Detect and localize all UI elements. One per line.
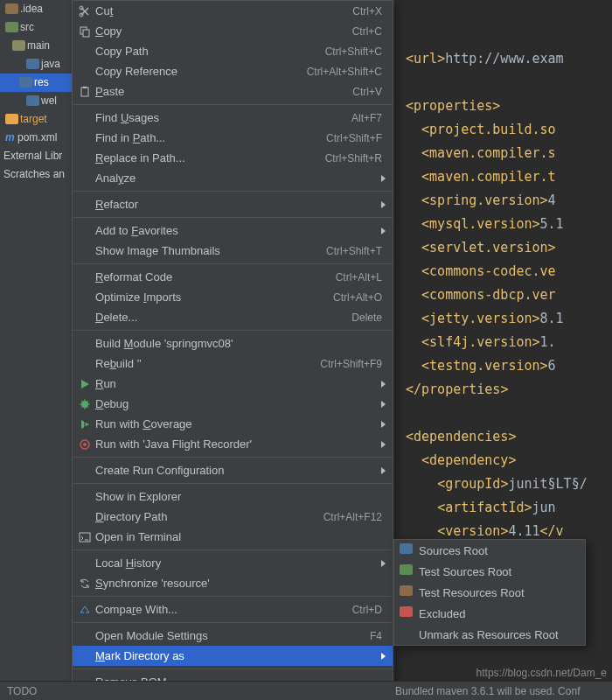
- tree-item-wel[interactable]: wel: [0, 92, 72, 110]
- menu-item-add-to-favorites[interactable]: Add to Favorites: [73, 220, 393, 241]
- menu-item-directory-path[interactable]: Directory PathCtrl+Alt+F12: [73, 507, 393, 527]
- submenu-item-test-resources-root[interactable]: Test Resources Root: [394, 582, 585, 603]
- tree-item-label: java: [41, 58, 60, 70]
- menu-item-compare-with[interactable]: Compare With...Ctrl+D: [73, 599, 393, 620]
- folder-icon: [26, 59, 39, 69]
- tree-item-main[interactable]: main: [0, 37, 72, 55]
- menu-item-label: Directory Path: [95, 510, 323, 523]
- terminal-icon: [78, 530, 92, 544]
- menu-item-label: Optimize Imports: [95, 290, 333, 304]
- submenu-arrow-icon: [381, 560, 386, 567]
- menu-item-run-with-java-flight-recorder[interactable]: Run with 'Java Flight Recorder': [73, 434, 393, 454]
- tree-item-label: External Libr: [3, 150, 62, 162]
- code-line: <slf4j.version>1.: [406, 331, 612, 354]
- menu-item-create-run-configuration[interactable]: Create Run Configuration: [73, 460, 393, 480]
- project-tree[interactable]: .ideasrcmainjavaresweltargetm pom.xmlExt…: [0, 0, 72, 700]
- tree-item-src[interactable]: src: [0, 18, 72, 37]
- submenu-item-label: Unmark as Resources Root: [419, 628, 559, 641]
- scissors-icon: [78, 4, 92, 18]
- code-line: <spring.version>4: [406, 189, 612, 213]
- menu-item-refactor[interactable]: Refactor: [73, 194, 393, 214]
- tree-item-label: res: [34, 76, 49, 88]
- menu-item-run-with-coverage[interactable]: Run with Coverage: [73, 414, 393, 434]
- tree-item-pomxml[interactable]: m pom.xml: [0, 129, 72, 147]
- submenu-arrow-icon: [381, 401, 386, 408]
- menu-item-label: Show in Explorer: [95, 490, 382, 503]
- tree-item-Scratchesan[interactable]: Scratches an: [0, 165, 72, 184]
- todo-tab[interactable]: TODO: [7, 682, 37, 700]
- menu-item-copy[interactable]: CopyCtrl+C: [73, 21, 393, 41]
- menu-separator: [73, 596, 393, 597]
- menu-item-label: Find Usages: [95, 111, 351, 124]
- tree-item-label: wel: [41, 94, 57, 107]
- run-icon: [78, 377, 92, 391]
- menu-item-cut[interactable]: CutCtrl+X: [73, 1, 393, 21]
- menu-item-label: Refactor: [95, 198, 382, 211]
- mark-directory-submenu[interactable]: Sources RootTest Sources RootTest Resour…: [393, 539, 586, 646]
- context-menu[interactable]: CutCtrl+XCopyCtrl+CCopy PathCtrl+Shift+C…: [72, 0, 393, 700]
- svg-point-6: [81, 401, 88, 408]
- menu-item-run[interactable]: Run: [73, 374, 393, 394]
- submenu-item-label: Test Sources Root: [419, 565, 511, 578]
- folder-icon: [26, 95, 39, 106]
- submenu-item-sources-root[interactable]: Sources Root: [394, 540, 585, 561]
- menu-separator: [73, 622, 393, 623]
- menu-item-shortcut: Ctrl+Alt+O: [333, 291, 382, 304]
- menu-item-shortcut: Ctrl+Shift+F: [326, 132, 382, 144]
- menu-item-find-in-path[interactable]: Find in Path...Ctrl+Shift+F: [73, 128, 393, 148]
- menu-item-rebuild-default[interactable]: Rebuild ''Ctrl+Shift+F9: [73, 354, 393, 374]
- status-bar: TODO Bundled maven 3.6.1 will be used. C…: [0, 681, 612, 700]
- maven-icon: m: [5, 131, 17, 144]
- code-line: <properties>: [406, 94, 612, 118]
- menu-item-label: Add to Favorites: [95, 224, 382, 237]
- submenu-item-excluded[interactable]: Excluded: [394, 603, 585, 624]
- submenu-item-label: Test Resources Root: [419, 586, 525, 599]
- menu-item-open-in-terminal[interactable]: Open in Terminal: [73, 527, 393, 547]
- flight-icon: [78, 438, 92, 452]
- menu-item-reformat-code[interactable]: Reformat CodeCtrl+Alt+L: [73, 267, 393, 287]
- watermark: https://blog.csdn.net/Dam_e: [476, 667, 607, 679]
- menu-item-show-in-explorer[interactable]: Show in Explorer: [73, 486, 393, 507]
- submenu-item-unmark-as-resources-root[interactable]: Unmark as Resources Root: [394, 624, 585, 645]
- menu-item-paste[interactable]: PasteCtrl+V: [73, 81, 393, 102]
- folder-icon: [400, 606, 413, 617]
- menu-item-copy-path[interactable]: Copy PathCtrl+Shift+C: [73, 41, 393, 61]
- menu-separator: [73, 483, 393, 484]
- menu-item-local-history[interactable]: Local History: [73, 553, 393, 573]
- menu-item-label: Open Module Settings: [95, 629, 370, 642]
- menu-item-shortcut: Ctrl+Alt+F12: [323, 511, 382, 523]
- menu-item-open-module-settings[interactable]: Open Module SettingsF4: [73, 626, 393, 646]
- coverage-icon: [78, 417, 92, 431]
- submenu-item-test-sources-root[interactable]: Test Sources Root: [394, 561, 585, 582]
- menu-item-optimize-imports[interactable]: Optimize ImportsCtrl+Alt+O: [73, 287, 393, 307]
- menu-item-label: Build Module 'springmvc08': [95, 337, 382, 350]
- tree-item-java[interactable]: java: [0, 55, 72, 74]
- folder-icon: [5, 22, 18, 32]
- menu-item-build-module-springmvc08[interactable]: Build Module 'springmvc08': [73, 333, 393, 354]
- menu-item-debug[interactable]: Debug: [73, 394, 393, 414]
- menu-item-label: Find in Path...: [95, 131, 326, 144]
- tree-item-ExternalLibr[interactable]: External Libr: [0, 147, 72, 165]
- code-line: <jetty.version>8.1: [406, 307, 612, 331]
- menu-item-label: Delete...: [95, 311, 351, 324]
- menu-item-find-usages[interactable]: Find UsagesAlt+F7: [73, 108, 393, 128]
- tree-item-label: src: [20, 21, 34, 33]
- menu-item-shortcut: Ctrl+C: [352, 25, 382, 38]
- tree-item-idea[interactable]: .idea: [0, 0, 72, 18]
- menu-item-mark-directory-as[interactable]: Mark Directory as: [73, 646, 393, 666]
- code-line: <project.build.so: [406, 118, 612, 142]
- submenu-arrow-icon: [381, 653, 386, 660]
- folder-icon: [19, 77, 32, 88]
- menu-item-label: Replace in Path...: [95, 151, 325, 164]
- svg-point-8: [83, 443, 87, 446]
- menu-item-show-image-thumbnails[interactable]: Show Image ThumbnailsCtrl+Shift+T: [73, 241, 393, 261]
- menu-item-label: Mark Directory as: [95, 649, 382, 662]
- menu-item-shortcut: Ctrl+X: [352, 5, 382, 18]
- menu-item-analyze[interactable]: Analyze: [73, 168, 393, 188]
- tree-item-target[interactable]: target: [0, 110, 72, 129]
- menu-item-delete[interactable]: Delete...Delete: [73, 307, 393, 327]
- menu-item-copy-reference[interactable]: Copy ReferenceCtrl+Alt+Shift+C: [73, 61, 393, 81]
- menu-item-synchronize-resource[interactable]: Synchronize 'resource': [73, 573, 393, 593]
- menu-item-replace-in-path[interactable]: Replace in Path...Ctrl+Shift+R: [73, 148, 393, 168]
- tree-item-res[interactable]: res: [0, 74, 72, 92]
